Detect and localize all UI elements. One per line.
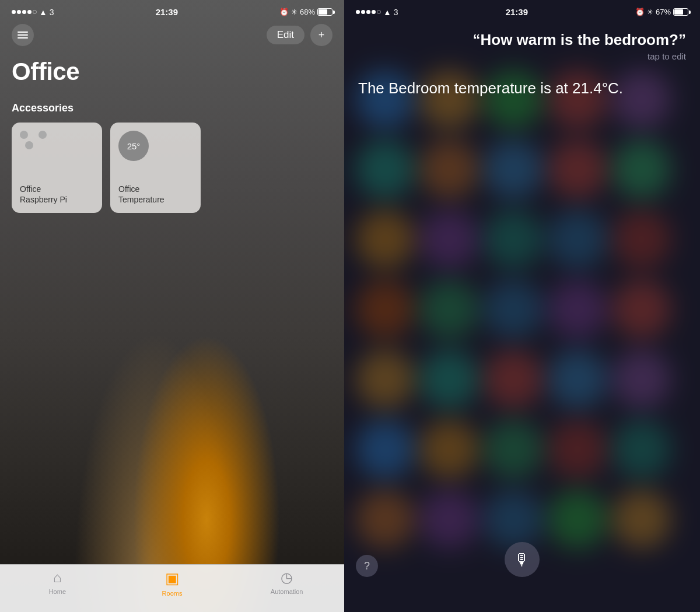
accessory-name-rpi: Office Raspberry Pi [20, 184, 94, 205]
alarm-icon-right: ⏰ [635, 8, 645, 16]
home-icon: ⌂ [53, 569, 62, 586]
automation-tab-label: Automation [271, 588, 303, 595]
temperature-badge: 25° [118, 131, 149, 161]
carrier-name: 3 [50, 8, 54, 17]
edit-button[interactable]: Edit [267, 26, 304, 44]
status-left-right: ▲ 3 [356, 8, 398, 17]
battery-percent-left: 68% [300, 8, 315, 16]
wifi-icon: ▲ [39, 8, 47, 17]
hamburger-icon [18, 32, 28, 39]
signal-dot-3 [22, 10, 26, 14]
room-title: Office [0, 48, 344, 86]
signal-dot-r1 [356, 10, 360, 14]
carrier-name-right: 3 [394, 8, 398, 17]
siri-mic-area: ? 🎙 [344, 542, 700, 577]
temp-icon-area: 25° [118, 131, 192, 161]
siri-help-button[interactable]: ? [356, 555, 378, 577]
tap-to-edit[interactable]: tap to edit [358, 51, 686, 61]
accessories-section: Accessories Office Raspberry Pi [0, 86, 344, 213]
nav-right-buttons: Edit + [267, 24, 332, 46]
battery-body-right [673, 8, 688, 16]
siri-query-text: “How warm is the bedroom?” [358, 31, 686, 49]
rpi-icon [20, 131, 47, 149]
plus-icon: + [318, 29, 325, 41]
battery-body-left [317, 8, 332, 16]
rpi-circle-1 [20, 131, 28, 139]
alarm-icon: ⏰ [279, 8, 289, 16]
siri-content: “How warm is the bedroom?” tap to edit T… [344, 19, 700, 99]
microphone-icon: 🎙 [514, 550, 530, 569]
battery-fill-left [318, 9, 327, 15]
status-right-left: ⏰ ✳ 68% [279, 8, 332, 16]
home-tab-label: Home [49, 588, 66, 595]
menu-button[interactable] [12, 24, 34, 46]
navigation-bar: Edit + [0, 19, 344, 48]
signal-dot-2 [17, 10, 21, 14]
bluetooth-icon-right: ✳ [647, 8, 653, 16]
add-button[interactable]: + [310, 24, 332, 46]
battery-percent-right: 67% [656, 8, 671, 16]
status-right-right: ⏰ ✳ 67% [635, 8, 688, 16]
siri-response-text: The Bedroom temperature is at 21.4°C. [358, 79, 686, 99]
signal-dot-4 [27, 10, 32, 14]
status-bar-right: ▲ 3 21:39 ⏰ ✳ 67% [344, 0, 700, 19]
bluetooth-icon: ✳ [291, 8, 298, 16]
tab-bar: ⌂ Home ▣ Rooms ◷ Automation [0, 564, 344, 612]
rooms-tab-label: Rooms [162, 590, 183, 597]
tab-rooms[interactable]: ▣ Rooms [115, 569, 230, 597]
siri-mic-button[interactable]: 🎙 [505, 542, 540, 577]
accessory-name-temp: Office Temperature [118, 184, 192, 205]
signal-dot-r5 [377, 10, 381, 14]
battery-block-left [317, 8, 332, 16]
signal-dot-1 [12, 10, 16, 14]
accessory-tile-raspberry-pi[interactable]: Office Raspberry Pi [12, 123, 102, 213]
time-display-right: 21:39 [506, 7, 528, 17]
battery-block-right [673, 8, 688, 16]
rpi-icon-area [20, 131, 94, 149]
accessories-grid: Office Raspberry Pi 25° Office Temperatu… [12, 123, 332, 213]
time-display-left: 21:39 [156, 7, 178, 17]
tab-home[interactable]: ⌂ Home [0, 569, 115, 595]
signal-strength-right [356, 10, 381, 14]
left-phone: ▲ 3 21:39 ⏰ ✳ 68% Edit + [0, 0, 344, 612]
wifi-icon-right: ▲ [383, 8, 391, 17]
status-left: ▲ 3 [12, 8, 54, 17]
rpi-circle-2 [38, 131, 47, 139]
accessory-tile-temperature[interactable]: 25° Office Temperature [110, 123, 201, 213]
signal-dot-r2 [361, 10, 365, 14]
signal-dot-r3 [366, 10, 370, 14]
accessories-heading: Accessories [12, 102, 332, 114]
battery-fill-right [674, 9, 683, 15]
tab-automation[interactable]: ◷ Automation [229, 569, 344, 595]
automation-icon: ◷ [281, 569, 293, 586]
rpi-circle-3 [25, 141, 33, 149]
status-bar-left: ▲ 3 21:39 ⏰ ✳ 68% [0, 0, 344, 19]
signal-dot-r4 [372, 10, 376, 14]
right-phone: ▲ 3 21:39 ⏰ ✳ 67% “How warm is the bedro… [344, 0, 700, 612]
rooms-icon: ▣ [165, 569, 180, 587]
rpi-top-row [20, 131, 47, 139]
signal-strength [12, 10, 37, 14]
signal-dot-5 [33, 10, 37, 14]
